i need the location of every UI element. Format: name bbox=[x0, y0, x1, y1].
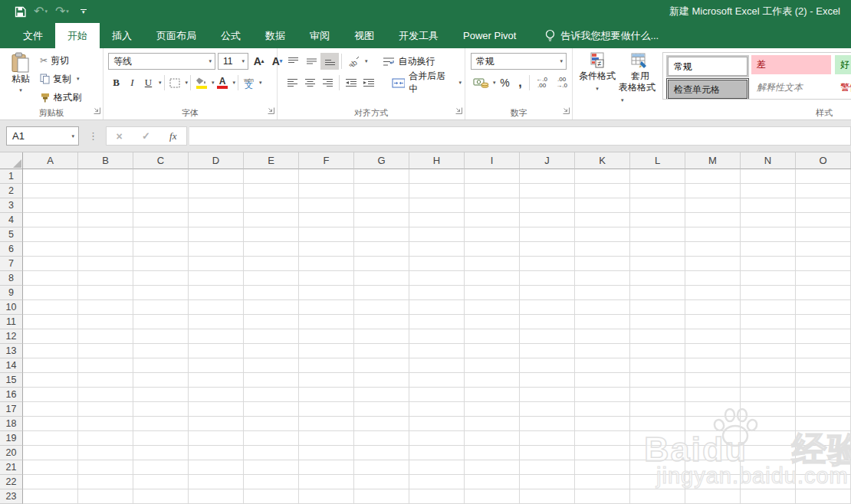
cell-style-check-cell[interactable]: 检查单元格 bbox=[668, 80, 748, 99]
cell-F14[interactable] bbox=[299, 358, 354, 373]
cell-A17[interactable] bbox=[23, 402, 78, 417]
cell-C15[interactable] bbox=[133, 373, 189, 388]
cell-K8[interactable] bbox=[575, 271, 630, 286]
increase-font-size-button[interactable]: A bbox=[251, 53, 267, 70]
cell-style-normal[interactable]: 常规 bbox=[668, 57, 748, 76]
row-header-5[interactable]: 5 bbox=[0, 227, 23, 242]
formula-input[interactable] bbox=[189, 126, 851, 146]
cell-D11[interactable] bbox=[189, 315, 244, 329]
cell-M14[interactable] bbox=[685, 358, 741, 373]
cell-G10[interactable] bbox=[354, 300, 409, 315]
cell-E7[interactable] bbox=[244, 257, 299, 271]
cell-G19[interactable] bbox=[354, 431, 409, 446]
cell-A23[interactable] bbox=[23, 489, 78, 504]
cell-D15[interactable] bbox=[189, 373, 244, 388]
cell-K6[interactable] bbox=[575, 242, 630, 257]
cell-C17[interactable] bbox=[133, 402, 189, 417]
cell-N8[interactable] bbox=[741, 271, 796, 286]
align-center-button[interactable] bbox=[301, 74, 319, 91]
cell-M2[interactable] bbox=[685, 184, 741, 198]
save-button[interactable] bbox=[12, 3, 28, 20]
cell-J2[interactable] bbox=[520, 184, 575, 198]
name-box[interactable]: A1 ▾ bbox=[6, 126, 79, 146]
cell-E18[interactable] bbox=[244, 417, 299, 431]
cell-L1[interactable] bbox=[630, 169, 685, 184]
cell-M23[interactable] bbox=[685, 489, 741, 504]
cell-I14[interactable] bbox=[465, 358, 520, 373]
row-header-6[interactable]: 6 bbox=[0, 242, 23, 257]
cell-G4[interactable] bbox=[354, 213, 409, 227]
row-header-3[interactable]: 3 bbox=[0, 198, 23, 213]
row-header-22[interactable]: 22 bbox=[0, 475, 23, 489]
cell-G18[interactable] bbox=[354, 417, 409, 431]
column-header-J[interactable]: J bbox=[520, 152, 575, 169]
cell-E12[interactable] bbox=[244, 329, 299, 344]
cell-A15[interactable] bbox=[23, 373, 78, 388]
cell-style-good[interactable]: 好 bbox=[835, 55, 851, 74]
column-header-B[interactable]: B bbox=[78, 152, 133, 169]
cell-D18[interactable] bbox=[189, 417, 244, 431]
cell-K5[interactable] bbox=[575, 227, 630, 242]
cell-B10[interactable] bbox=[78, 300, 133, 315]
cell-A5[interactable] bbox=[23, 227, 78, 242]
cell-E5[interactable] bbox=[244, 227, 299, 242]
cell-D17[interactable] bbox=[189, 402, 244, 417]
customize-quick-access-button[interactable]: ▾ bbox=[80, 9, 87, 14]
increase-indent-button[interactable] bbox=[360, 74, 377, 91]
cell-O8[interactable] bbox=[796, 271, 851, 286]
cell-F7[interactable] bbox=[299, 257, 354, 271]
font-size-select[interactable]: 11 ▾ bbox=[218, 53, 248, 70]
cell-D21[interactable] bbox=[189, 460, 244, 475]
cell-E2[interactable] bbox=[244, 184, 299, 198]
cell-G20[interactable] bbox=[354, 446, 409, 460]
cell-A10[interactable] bbox=[23, 300, 78, 315]
cell-M16[interactable] bbox=[685, 388, 741, 402]
clipboard-dialog-launcher[interactable] bbox=[94, 103, 100, 117]
font-color-dropdown-icon[interactable]: ▾ bbox=[233, 80, 236, 86]
cell-O2[interactable] bbox=[796, 184, 851, 198]
cell-K1[interactable] bbox=[575, 169, 630, 184]
cell-L20[interactable] bbox=[630, 446, 685, 460]
cell-F5[interactable] bbox=[299, 227, 354, 242]
column-header-H[interactable]: H bbox=[409, 152, 465, 169]
cell-K13[interactable] bbox=[575, 344, 630, 358]
cell-B8[interactable] bbox=[78, 271, 133, 286]
cell-H19[interactable] bbox=[409, 431, 465, 446]
name-box-dropdown-icon[interactable]: ▾ bbox=[71, 133, 74, 139]
cell-L3[interactable] bbox=[630, 198, 685, 213]
cell-F22[interactable] bbox=[299, 475, 354, 489]
cell-A22[interactable] bbox=[23, 475, 78, 489]
cell-N23[interactable] bbox=[741, 489, 796, 504]
increase-decimal-button[interactable]: ←.0 .00 bbox=[532, 77, 552, 89]
cell-A21[interactable] bbox=[23, 460, 78, 475]
cell-G1[interactable] bbox=[354, 169, 409, 184]
tab-data[interactable]: 数据 bbox=[253, 23, 297, 48]
cell-J17[interactable] bbox=[520, 402, 575, 417]
cell-D9[interactable] bbox=[189, 286, 244, 300]
underline-dropdown-icon[interactable]: ▾ bbox=[159, 80, 162, 86]
cell-K11[interactable] bbox=[575, 315, 630, 329]
cell-G12[interactable] bbox=[354, 329, 409, 344]
cell-A14[interactable] bbox=[23, 358, 78, 373]
cell-O7[interactable] bbox=[796, 257, 851, 271]
cell-K22[interactable] bbox=[575, 475, 630, 489]
cell-O14[interactable] bbox=[796, 358, 851, 373]
cell-E16[interactable] bbox=[244, 388, 299, 402]
cell-E20[interactable] bbox=[244, 446, 299, 460]
cell-M5[interactable] bbox=[685, 227, 741, 242]
cell-H21[interactable] bbox=[409, 460, 465, 475]
cell-C23[interactable] bbox=[133, 489, 189, 504]
row-header-1[interactable]: 1 bbox=[0, 169, 23, 184]
number-format-select[interactable]: 常规 ▾ bbox=[471, 53, 567, 70]
cell-A9[interactable] bbox=[23, 286, 78, 300]
cell-F2[interactable] bbox=[299, 184, 354, 198]
cell-M8[interactable] bbox=[685, 271, 741, 286]
cell-K16[interactable] bbox=[575, 388, 630, 402]
column-header-K[interactable]: K bbox=[575, 152, 630, 169]
cell-I3[interactable] bbox=[465, 198, 520, 213]
cell-C16[interactable] bbox=[133, 388, 189, 402]
cell-E22[interactable] bbox=[244, 475, 299, 489]
cell-O4[interactable] bbox=[796, 213, 851, 227]
top-align-button[interactable] bbox=[284, 53, 302, 70]
cell-G9[interactable] bbox=[354, 286, 409, 300]
